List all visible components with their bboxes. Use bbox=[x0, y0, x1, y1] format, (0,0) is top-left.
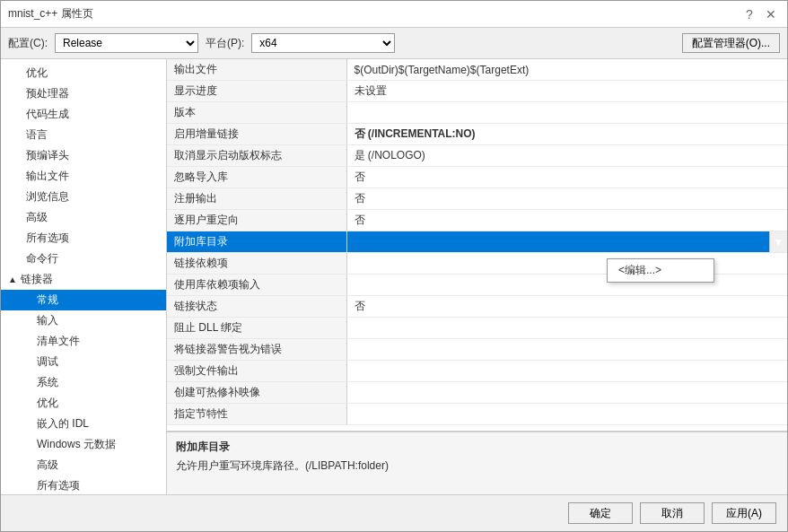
sidebar-item-idl[interactable]: 嵌入的 IDL bbox=[1, 414, 166, 434]
table-row: 链接状态 否 bbox=[167, 296, 787, 318]
help-button[interactable]: ? bbox=[740, 5, 758, 23]
sidebar-item-optimization[interactable]: 优化 bbox=[1, 63, 166, 83]
sidebar-item-debug[interactable]: 调试 bbox=[1, 352, 166, 372]
config-manager-button[interactable]: 配置管理器(O)... bbox=[682, 33, 780, 53]
apply-button[interactable]: 应用(A) bbox=[712, 502, 776, 524]
sidebar-item-general[interactable]: 常规 bbox=[1, 290, 166, 310]
prop-value[interactable]: 否 (/INCREMENTAL:NO) bbox=[346, 124, 787, 145]
sidebar-group-linker[interactable]: ▲ 链接器 bbox=[1, 269, 166, 290]
prop-name: 阻止 DLL 绑定 bbox=[167, 318, 346, 339]
prop-name: 链接状态 bbox=[167, 296, 346, 318]
sidebar-item-opt[interactable]: 优化 bbox=[1, 393, 166, 414]
sidebar-group-linker-label: 链接器 bbox=[21, 272, 53, 287]
sidebar-item-manifest[interactable]: 清单文件 bbox=[1, 331, 166, 352]
config-label: 配置(C): bbox=[8, 36, 48, 51]
main-area: 优化 预处理器 代码生成 语言 预编译头 输出文件 浏览信息 高级 所有选项 命… bbox=[1, 59, 787, 494]
table-row: 忽略导入库 否 bbox=[167, 167, 787, 188]
prop-name: 使用库依赖项输入 bbox=[167, 275, 346, 296]
prop-value-dropdown[interactable]: ▼ bbox=[346, 231, 787, 253]
prop-name: 创建可热修补映像 bbox=[167, 382, 346, 404]
prop-value[interactable] bbox=[346, 275, 787, 296]
prop-name: 忽略导入库 bbox=[167, 167, 346, 188]
table-row: 版本 bbox=[167, 102, 787, 124]
sidebar-item-language[interactable]: 语言 bbox=[1, 125, 166, 145]
prop-name: 附加库目录 bbox=[167, 231, 346, 253]
description-text: 允许用户重写环境库路径。(/LIBPATH:folder) bbox=[176, 458, 778, 474]
table-row: 取消显示启动版权标志 是 (/NOLOGO) bbox=[167, 145, 787, 167]
prop-value[interactable] bbox=[346, 404, 787, 425]
prop-name: 版本 bbox=[167, 102, 346, 124]
sidebar-item-system[interactable]: 系统 bbox=[1, 372, 166, 393]
content-area: 输出文件 $(OutDir)$(TargetName)$(TargetExt) … bbox=[167, 59, 787, 494]
dropdown-popup: <编辑...> bbox=[607, 258, 714, 283]
prop-value[interactable]: $(OutDir)$(TargetName)$(TargetExt) bbox=[346, 59, 787, 81]
table-row: 指定节特性 bbox=[167, 404, 787, 425]
prop-value[interactable] bbox=[346, 382, 787, 404]
toolbar: 配置(C): Release 平台(P): x64 配置管理器(O)... bbox=[1, 28, 787, 59]
prop-value[interactable] bbox=[346, 318, 787, 339]
sidebar-item-output[interactable]: 输出文件 bbox=[1, 166, 166, 187]
prop-value[interactable]: 否 bbox=[346, 188, 787, 210]
cancel-button[interactable]: 取消 bbox=[640, 502, 705, 524]
prop-value[interactable]: 否 bbox=[346, 210, 787, 231]
sidebar: 优化 预处理器 代码生成 语言 预编译头 输出文件 浏览信息 高级 所有选项 命… bbox=[1, 59, 167, 494]
window-title: mnist_c++ 属性页 bbox=[8, 6, 93, 22]
prop-value[interactable]: 是 (/NOLOGO) bbox=[346, 145, 787, 167]
prop-value[interactable]: 否 bbox=[346, 167, 787, 188]
linker-arrow-icon: ▲ bbox=[8, 275, 17, 284]
prop-value[interactable] bbox=[346, 253, 787, 275]
dropdown-edit-item[interactable]: <编辑...> bbox=[608, 259, 714, 282]
table-row: 将链接器警告视为错误 bbox=[167, 339, 787, 361]
table-row: 显示进度 未设置 bbox=[167, 81, 787, 102]
close-button[interactable]: ✕ bbox=[762, 5, 780, 23]
sidebar-item-allopts[interactable]: 所有选项 bbox=[1, 475, 166, 494]
prop-value[interactable] bbox=[346, 339, 787, 361]
prop-value[interactable] bbox=[346, 361, 787, 382]
prop-name: 逐用户重定向 bbox=[167, 210, 346, 231]
sidebar-item-all-options[interactable]: 所有选项 bbox=[1, 228, 166, 249]
prop-name: 取消显示启动版权标志 bbox=[167, 145, 346, 167]
prop-name: 输出文件 bbox=[167, 59, 346, 81]
prop-name: 启用增量链接 bbox=[167, 124, 346, 145]
platform-select[interactable]: x64 bbox=[251, 33, 395, 53]
sidebar-item-browse[interactable]: 浏览信息 bbox=[1, 187, 166, 207]
sidebar-item-cmdline[interactable]: 命令行 bbox=[1, 249, 166, 269]
properties-table: 输出文件 $(OutDir)$(TargetName)$(TargetExt) … bbox=[167, 59, 787, 432]
sidebar-item-preprocessor[interactable]: 预处理器 bbox=[1, 83, 166, 104]
sidebar-item-input[interactable]: 输入 bbox=[1, 310, 166, 331]
table-row: 强制文件输出 bbox=[167, 361, 787, 382]
prop-name: 指定节特性 bbox=[167, 404, 346, 425]
prop-name: 强制文件输出 bbox=[167, 361, 346, 382]
sidebar-item-winmeta[interactable]: Windows 元数据 bbox=[1, 434, 166, 455]
dialog-window: mnist_c++ 属性页 ? ✕ 配置(C): Release 平台(P): … bbox=[0, 0, 788, 532]
prop-name: 显示进度 bbox=[167, 81, 346, 102]
title-controls: ? ✕ bbox=[740, 5, 780, 23]
table-row: 阻止 DLL 绑定 bbox=[167, 318, 787, 339]
sidebar-item-precompile[interactable]: 预编译头 bbox=[1, 145, 166, 166]
prop-name: 注册输出 bbox=[167, 188, 346, 210]
description-area: 附加库目录 允许用户重写环境库路径。(/LIBPATH:folder) bbox=[167, 432, 787, 494]
ok-button[interactable]: 确定 bbox=[568, 502, 633, 524]
table-row: 创建可热修补映像 bbox=[167, 382, 787, 404]
table-row-highlighted: 附加库目录 ▼ bbox=[167, 231, 787, 253]
sidebar-item-adv[interactable]: 高级 bbox=[1, 455, 166, 475]
prop-value[interactable] bbox=[346, 102, 787, 124]
sidebar-item-advanced[interactable]: 高级 bbox=[1, 207, 166, 228]
platform-label: 平台(P): bbox=[206, 36, 244, 51]
description-title: 附加库目录 bbox=[176, 440, 778, 455]
config-select[interactable]: Release bbox=[55, 33, 198, 53]
table-row: 注册输出 否 bbox=[167, 188, 787, 210]
title-bar: mnist_c++ 属性页 ? ✕ bbox=[1, 1, 787, 28]
dropdown-button[interactable]: ▼ bbox=[769, 231, 787, 252]
table-row: 逐用户重定向 否 bbox=[167, 210, 787, 231]
prop-value[interactable]: 未设置 bbox=[346, 81, 787, 102]
prop-name: 链接依赖项 bbox=[167, 253, 346, 275]
prop-value[interactable]: 否 bbox=[346, 296, 787, 318]
footer: 确定 取消 应用(A) bbox=[1, 494, 787, 531]
prop-name: 将链接器警告视为错误 bbox=[167, 339, 346, 361]
table-row: 启用增量链接 否 (/INCREMENTAL:NO) bbox=[167, 124, 787, 145]
sidebar-item-codegen[interactable]: 代码生成 bbox=[1, 104, 166, 125]
table-row: 输出文件 $(OutDir)$(TargetName)$(TargetExt) bbox=[167, 59, 787, 81]
